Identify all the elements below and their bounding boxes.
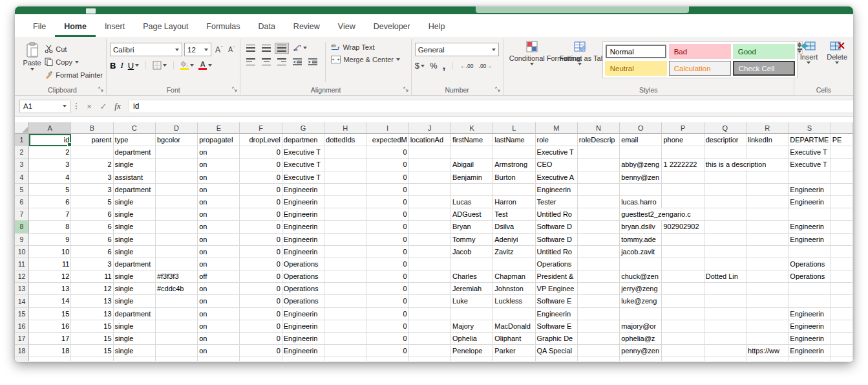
cell-M4[interactable]: Executive A <box>536 171 578 184</box>
cell-C4[interactable]: assistant <box>114 171 156 184</box>
cell-T4[interactable] <box>831 171 853 184</box>
cell-P19[interactable] <box>662 357 704 361</box>
cell-R7[interactable] <box>746 208 789 221</box>
cell-I3[interactable]: 0 <box>366 159 408 171</box>
cell-H12[interactable] <box>324 270 366 283</box>
cell-D13[interactable]: #cddc4b <box>156 283 198 295</box>
column-header-P[interactable]: P <box>662 122 704 134</box>
cell-J1[interactable]: locationAd <box>409 134 451 146</box>
cell-Q13[interactable] <box>704 283 746 295</box>
cell-L4[interactable]: Burton <box>493 171 535 184</box>
cell-K16[interactable]: Majory <box>451 320 493 333</box>
cell-I9[interactable]: 0 <box>366 234 408 246</box>
cell-S16[interactable]: Engineerin <box>789 320 831 333</box>
cell-S14[interactable] <box>789 295 831 307</box>
cell-G6[interactable]: Engineerin <box>282 196 324 208</box>
cell-O9[interactable]: tommy.ade <box>620 234 662 246</box>
column-header-T[interactable] <box>831 122 853 134</box>
cell-L2[interactable] <box>493 146 535 159</box>
cell-E17[interactable]: on <box>198 333 240 345</box>
cell-H11[interactable] <box>324 258 366 270</box>
cell-N9[interactable] <box>578 234 620 246</box>
cell-N5[interactable] <box>578 184 620 196</box>
cell-K18[interactable]: Penelope <box>451 345 493 357</box>
cell-R1[interactable]: linkedIn <box>746 134 789 146</box>
cell-E6[interactable]: on <box>198 196 240 208</box>
cell-E4[interactable]: on <box>198 171 240 184</box>
cell-H18[interactable] <box>324 345 366 357</box>
cell-A14[interactable]: 14 <box>29 295 71 307</box>
cell-A10[interactable]: 10 <box>29 246 71 258</box>
cell-R5[interactable] <box>746 184 789 196</box>
cell-F18[interactable]: 0 <box>240 345 282 357</box>
cell-I12[interactable]: 0 <box>366 270 408 283</box>
cell-M6[interactable]: Tester <box>536 196 578 208</box>
cell-G13[interactable]: Operations <box>282 283 324 295</box>
cell-B2[interactable] <box>71 146 113 159</box>
cell-M10[interactable]: Untitled Ro <box>536 246 578 258</box>
cell-D18[interactable] <box>156 345 198 357</box>
cell-I13[interactable]: 0 <box>366 283 408 295</box>
cell-N16[interactable] <box>578 320 620 333</box>
cell-K1[interactable]: firstName <box>451 134 493 146</box>
cell-O15[interactable] <box>620 308 662 320</box>
cell-I6[interactable]: 0 <box>366 196 408 208</box>
cell-M2[interactable]: Executive T <box>536 146 578 159</box>
bold-button[interactable]: B <box>110 61 116 71</box>
cell-P14[interactable] <box>662 295 704 307</box>
cell-B9[interactable]: 6 <box>71 234 113 246</box>
cell-K9[interactable]: Tommy <box>451 234 493 246</box>
cell-T14[interactable] <box>831 295 853 307</box>
cell-N6[interactable] <box>578 196 620 208</box>
cell-J12[interactable] <box>409 270 451 283</box>
cell-I2[interactable]: 0 <box>366 146 408 159</box>
cell-D8[interactable] <box>156 221 198 233</box>
cell-C2[interactable]: department <box>114 146 156 159</box>
cell-G4[interactable]: Executive T <box>282 171 324 184</box>
cell-M3[interactable]: CEO <box>536 159 578 171</box>
cell-O5[interactable] <box>620 184 662 196</box>
cell-L15[interactable] <box>493 308 535 320</box>
cell-R2[interactable] <box>746 146 789 159</box>
cell-P5[interactable] <box>662 184 704 196</box>
cell-O6[interactable]: lucas.harro <box>620 196 662 208</box>
cancel-button[interactable]: × <box>82 102 96 111</box>
cell-F11[interactable]: 0 <box>240 258 282 270</box>
cell-Q12[interactable]: Dotted Lin <box>704 270 746 283</box>
cell-J19[interactable] <box>409 357 451 361</box>
cell-C3[interactable]: single <box>114 159 156 171</box>
cell-L5[interactable] <box>493 184 535 196</box>
cell-R13[interactable] <box>746 283 789 295</box>
cell-D4[interactable] <box>156 171 198 184</box>
cell-S7[interactable] <box>789 208 831 221</box>
cell-E9[interactable]: on <box>198 234 240 246</box>
column-header-C[interactable]: C <box>114 122 156 134</box>
font-color-button[interactable]: A <box>198 61 212 70</box>
cell-L12[interactable]: Chapman <box>493 270 535 283</box>
cell-N1[interactable]: roleDescrip <box>578 134 620 146</box>
cell-M14[interactable]: Software E <box>536 295 578 307</box>
cell-Q17[interactable] <box>704 333 746 345</box>
cell-S13[interactable] <box>789 283 831 295</box>
cell-M19[interactable] <box>536 357 578 361</box>
cell-H17[interactable] <box>324 333 366 345</box>
alignment-dialog-launcher-icon[interactable] <box>403 87 409 93</box>
cell-C11[interactable]: department <box>114 258 156 270</box>
style-neutral[interactable]: Neutral <box>605 61 667 76</box>
cell-H6[interactable] <box>324 196 366 208</box>
cell-H4[interactable] <box>324 171 366 184</box>
cell-T10[interactable] <box>831 246 853 258</box>
cell-J8[interactable] <box>409 221 451 233</box>
cell-T8[interactable] <box>831 221 853 233</box>
cell-F16[interactable]: 0 <box>240 320 282 333</box>
cell-Q7[interactable] <box>704 208 746 221</box>
row-header-19[interactable] <box>15 357 29 361</box>
cell-D5[interactable] <box>156 184 198 196</box>
cell-T15[interactable] <box>831 308 853 320</box>
cell-C6[interactable]: single <box>114 196 156 208</box>
cell-Q18[interactable] <box>704 345 746 357</box>
cell-S9[interactable]: Engineerin <box>789 234 831 246</box>
middle-align-button[interactable] <box>259 43 273 54</box>
cell-C5[interactable]: department <box>114 184 156 196</box>
cell-E19[interactable] <box>198 357 240 361</box>
